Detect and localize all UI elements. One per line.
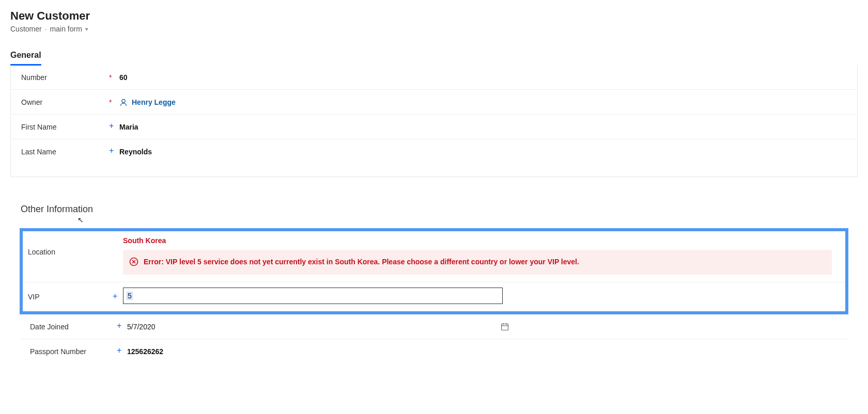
field-last-name: Last Name + Reynolds (11, 139, 857, 164)
owner-lookup[interactable]: Henry Legge (119, 98, 847, 106)
recommended-marker: + (109, 122, 119, 130)
passport-number-value: 125626262 (127, 347, 163, 356)
date-joined-value: 5/7/2020 (127, 323, 156, 331)
svg-point-0 (122, 99, 125, 102)
person-icon (119, 98, 128, 106)
field-first-name: First Name + Maria (11, 115, 857, 139)
required-marker: * (109, 99, 119, 106)
field-label: Number (21, 73, 109, 82)
field-passport-number: Passport Number + 125626262 (21, 339, 847, 364)
cursor-icon: ↖ (78, 216, 84, 224)
field-location: Location + South Korea Error: VIP level … (23, 231, 845, 282)
breadcrumb-separator: · (45, 25, 47, 33)
chevron-down-icon[interactable]: ▾ (85, 26, 88, 33)
recommended-marker: + (113, 286, 123, 301)
field-vip: VIP + 5 (23, 282, 845, 311)
calendar-icon[interactable] (500, 322, 509, 331)
field-date-joined: Date Joined + 5/7/2020 (21, 314, 847, 339)
location-value[interactable]: South Korea (123, 236, 832, 245)
required-marker: * (109, 74, 119, 81)
section-title-other: Other Information (10, 198, 858, 217)
page-title: New Customer (10, 9, 858, 23)
last-name-value: Reynolds (119, 148, 152, 156)
first-name-value: Maria (119, 123, 138, 131)
field-number: Number * 60 (11, 65, 857, 90)
field-label: Location (25, 236, 113, 256)
form-selector-label[interactable]: main form (50, 25, 82, 33)
number-value: 60 (119, 73, 128, 82)
breadcrumb[interactable]: Customer · main form ▾ (10, 25, 858, 33)
vip-value: 5 (127, 292, 133, 300)
number-input[interactable]: 60 (119, 73, 847, 82)
svg-rect-4 (502, 324, 508, 330)
tab-general[interactable]: General (10, 47, 41, 65)
field-label: Owner (21, 98, 109, 106)
field-owner: Owner * Henry Legge (11, 90, 857, 115)
owner-value[interactable]: Henry Legge (132, 98, 176, 106)
recommended-marker: + (117, 346, 127, 355)
error-highlight: Location + South Korea Error: VIP level … (20, 228, 848, 314)
field-label: First Name (21, 123, 109, 131)
field-label: Date Joined (30, 323, 117, 331)
first-name-input[interactable]: Maria (119, 123, 847, 131)
recommended-marker: + (109, 147, 119, 155)
error-banner: Error: VIP level 5 service does not yet … (123, 250, 832, 275)
section-general: Number * 60 Owner * Henry Legge First Na… (10, 65, 858, 177)
date-joined-input[interactable]: 5/7/2020 (127, 322, 509, 331)
tabs: General (10, 47, 858, 66)
passport-number-input[interactable]: 125626262 (127, 347, 837, 356)
field-label: VIP (25, 288, 113, 301)
error-icon (129, 257, 138, 266)
field-label: Passport Number (30, 347, 117, 356)
error-message: Error: VIP level 5 service does not yet … (144, 256, 579, 267)
breadcrumb-entity: Customer (10, 25, 42, 33)
vip-input[interactable]: 5 (123, 288, 503, 304)
recommended-marker: + (117, 322, 127, 330)
field-label: Last Name (21, 148, 109, 156)
last-name-input[interactable]: Reynolds (119, 148, 847, 156)
